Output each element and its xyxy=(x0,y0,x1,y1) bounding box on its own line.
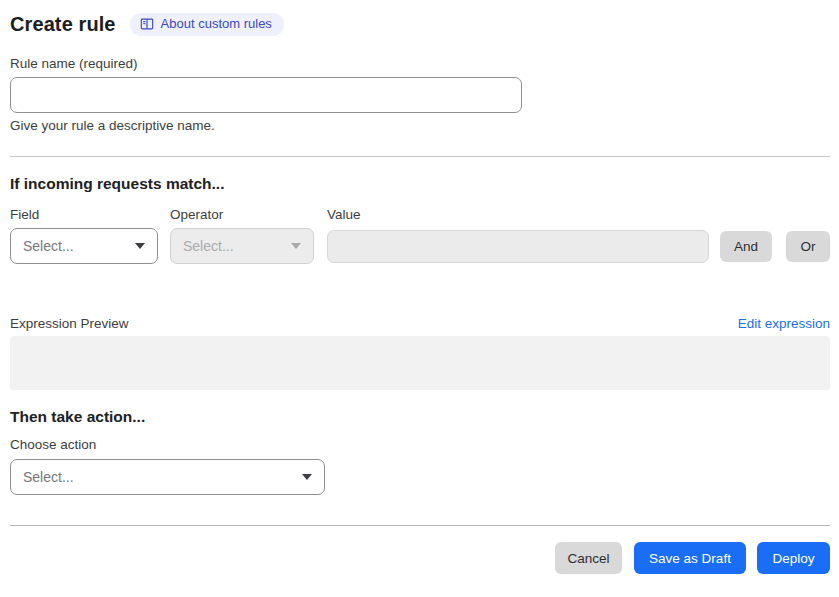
deploy-button[interactable]: Deploy xyxy=(757,542,830,574)
action-select[interactable]: Select... xyxy=(10,459,325,495)
operator-label: Operator xyxy=(170,207,327,222)
rule-name-helper: Give your rule a descriptive name. xyxy=(10,118,830,133)
action-section-heading: Then take action... xyxy=(10,408,830,426)
footer-divider xyxy=(10,525,830,526)
operator-select: Select... xyxy=(170,228,314,264)
expression-preview-label: Expression Preview xyxy=(10,316,129,331)
book-icon xyxy=(140,17,154,31)
page-header: Create rule About custom rules xyxy=(10,9,830,39)
rule-name-label: Rule name (required) xyxy=(10,56,830,71)
match-controls-row: Select... Select... And Or xyxy=(10,228,830,264)
save-as-draft-button[interactable]: Save as Draft xyxy=(634,542,746,574)
create-rule-page: Create rule About custom rules Rule name… xyxy=(0,0,839,597)
and-button[interactable]: And xyxy=(720,231,772,262)
field-select-placeholder: Select... xyxy=(23,238,74,254)
choose-action-label: Choose action xyxy=(10,437,830,452)
expression-preview-box xyxy=(10,336,830,390)
match-section-heading: If incoming requests match... xyxy=(10,175,830,193)
edit-expression-link[interactable]: Edit expression xyxy=(738,316,830,331)
expression-preview-header: Expression Preview Edit expression xyxy=(10,316,830,331)
or-button[interactable]: Or xyxy=(786,231,830,262)
value-label: Value xyxy=(327,207,361,222)
footer-buttons: Cancel Save as Draft Deploy xyxy=(10,542,830,574)
rule-name-input[interactable] xyxy=(10,77,522,113)
chevron-down-icon xyxy=(291,243,301,249)
about-custom-rules-badge[interactable]: About custom rules xyxy=(130,13,284,36)
action-select-placeholder: Select... xyxy=(23,469,74,485)
chevron-down-icon xyxy=(302,474,312,480)
cancel-button[interactable]: Cancel xyxy=(555,542,622,574)
page-title: Create rule xyxy=(10,13,116,36)
about-custom-rules-label: About custom rules xyxy=(161,17,272,30)
match-column-labels: Field Operator Value xyxy=(10,207,830,222)
chevron-down-icon xyxy=(135,243,145,249)
field-select[interactable]: Select... xyxy=(10,228,158,264)
value-input xyxy=(327,230,709,263)
operator-select-placeholder: Select... xyxy=(183,238,234,254)
field-label: Field xyxy=(10,207,170,222)
section-divider-top xyxy=(10,156,830,157)
